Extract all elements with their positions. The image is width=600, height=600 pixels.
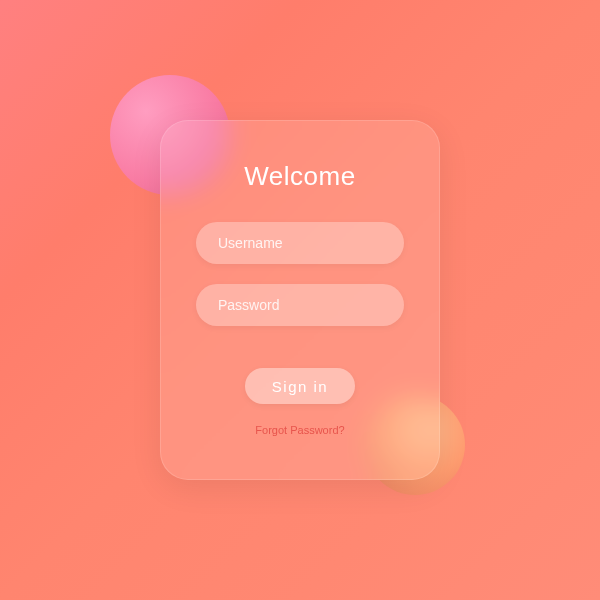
- forgot-password-link[interactable]: Forgot Password?: [255, 424, 344, 436]
- login-card: Welcome Sign in Forgot Password?: [160, 120, 440, 480]
- signin-button[interactable]: Sign in: [245, 368, 355, 404]
- password-field[interactable]: [196, 284, 404, 326]
- username-field[interactable]: [196, 222, 404, 264]
- welcome-title: Welcome: [244, 161, 355, 192]
